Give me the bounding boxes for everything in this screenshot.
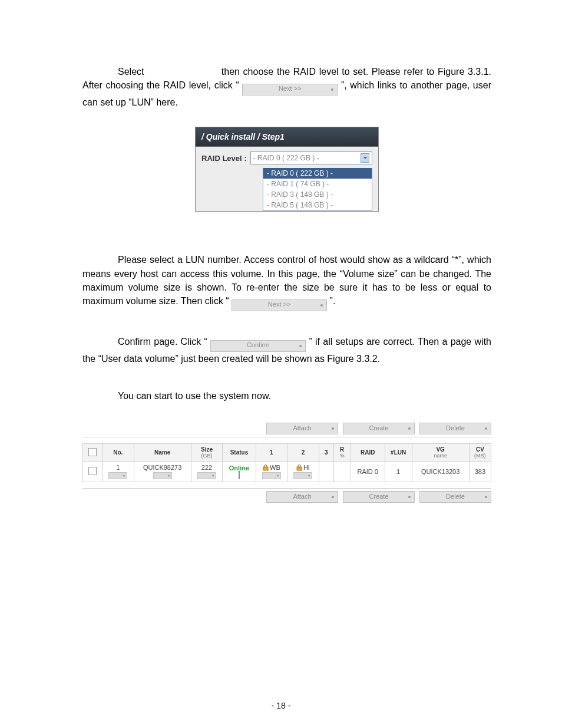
svg-rect-0 [263, 467, 268, 470]
status-progress [239, 471, 240, 479]
cell-raid: RAID 0 [351, 462, 385, 482]
cell-2[interactable]: HI [287, 462, 319, 482]
raid-level-select[interactable]: - RAID 0 ( 222 GB ) - [250, 151, 372, 164]
next-button-inline-2[interactable]: Next >> [232, 299, 327, 311]
raid-option[interactable]: - RAID 1 ( 74 GB ) - [263, 179, 372, 189]
col-size: Size(GB) [191, 444, 223, 462]
col-no: No. [103, 444, 134, 462]
attach-button[interactable]: Attach [266, 491, 338, 503]
cell-status: Online [223, 462, 256, 482]
cell-vg: QUICK13203 [412, 462, 469, 482]
lock-icon [263, 465, 269, 471]
col-2: 2 [287, 444, 319, 462]
raid-level-selected: - RAID 0 ( 222 GB ) - [253, 154, 319, 162]
action-row-bottom: Attach Create Delete [82, 488, 491, 505]
cell-lun: 1 [385, 462, 412, 482]
quick-install-panel: / Quick install / Step1 RAID Level : - R… [195, 127, 379, 212]
cell-3 [319, 462, 333, 482]
raid-option[interactable]: - RAID 0 ( 222 GB ) - [263, 168, 372, 179]
para-step3: Confirm page. Click “ Confirm ” if all s… [82, 335, 491, 365]
chevron-down-icon[interactable] [361, 153, 369, 163]
delete-button[interactable]: Delete [419, 491, 491, 503]
attach-button[interactable]: Attach [266, 423, 338, 434]
create-button[interactable]: Create [343, 423, 415, 434]
cell-name[interactable]: QUICK98273 [134, 462, 191, 482]
row-checkbox[interactable] [88, 467, 97, 475]
t: ”. [330, 296, 336, 306]
panel-title: / Quick install / Step1 [196, 127, 378, 147]
col-status: Status [223, 444, 256, 462]
para-step2: Please select a LUN number. Access contr… [82, 253, 491, 311]
delete-button[interactable]: Delete [419, 423, 491, 434]
raid-option[interactable]: - RAID 3 ( 148 GB ) - [263, 189, 372, 200]
col-raid: RAID [351, 444, 385, 462]
select-all-checkbox[interactable] [88, 448, 97, 456]
cell-size[interactable]: 222 [191, 462, 223, 482]
page-number: - 18 - [0, 701, 562, 710]
volume-table: No. Name Size(GB) Status 1 2 3 R% RAID #… [82, 443, 491, 482]
raid-level-label: RAID Level : [201, 154, 247, 163]
cell-r [333, 462, 351, 482]
confirm-button-inline[interactable]: Confirm [210, 340, 306, 352]
cell-1[interactable]: WB [256, 462, 287, 482]
cell-cv: 383 [469, 462, 491, 482]
raid-option[interactable]: - RAID 5 ( 148 GB ) - [263, 200, 372, 210]
col-r: R% [333, 444, 351, 462]
lock-icon [296, 465, 302, 471]
para-done: You can start to use the system now. [82, 389, 491, 403]
para-step1: Select then choose the RAID level to set… [82, 65, 491, 109]
col-cv: CV(MB) [469, 444, 491, 462]
t: Confirm page. Click “ [118, 337, 207, 347]
cell-no[interactable]: 1 [103, 462, 134, 482]
create-button[interactable]: Create [343, 491, 415, 503]
t: Please select a LUN number. Access contr… [82, 255, 491, 306]
col-lun: #LUN [385, 444, 412, 462]
col-vg: VGname [412, 444, 469, 462]
t: Select [118, 67, 144, 77]
raid-level-dropdown[interactable]: - RAID 0 ( 222 GB ) - - RAID 1 ( 74 GB )… [263, 168, 372, 211]
table-header: No. Name Size(GB) Status 1 2 3 R% RAID #… [83, 444, 491, 462]
volume-table-area: Attach Create Delete No. Name Size(GB) S… [82, 420, 491, 505]
col-name: Name [134, 444, 191, 462]
next-button-inline-1[interactable]: Next >> [242, 84, 338, 95]
svg-rect-1 [297, 467, 302, 470]
col-1: 1 [256, 444, 287, 462]
action-row-top: Attach Create Delete [82, 420, 491, 437]
table-row: 1 QUICK98273 222 Online [83, 462, 491, 482]
col-3: 3 [319, 444, 333, 462]
